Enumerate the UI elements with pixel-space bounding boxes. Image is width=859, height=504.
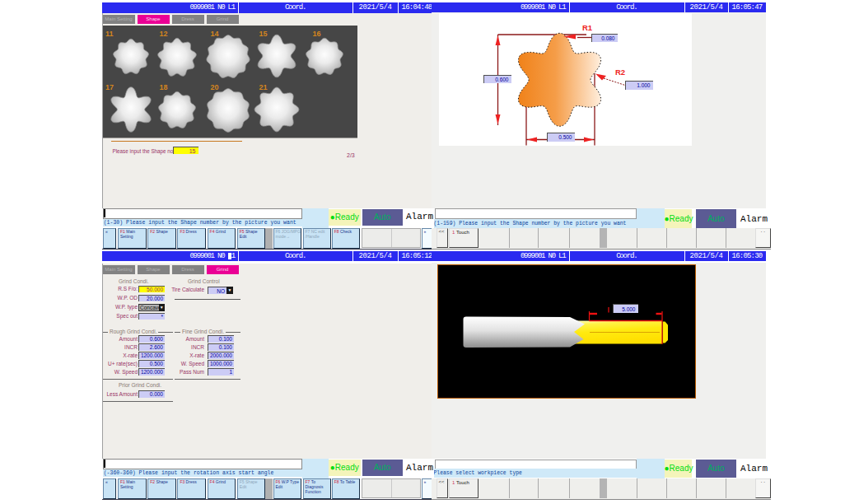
svg-text:12: 12 (160, 30, 168, 38)
svg-text:18: 18 (160, 83, 168, 91)
svg-text:R1: R1 (582, 23, 593, 32)
svg-text:16: 16 (313, 30, 321, 38)
svg-text:21: 21 (259, 83, 268, 91)
svg-text:17: 17 (105, 83, 114, 91)
svg-text:20: 20 (211, 83, 219, 91)
svg-text:11: 11 (105, 30, 114, 38)
svg-text:14: 14 (211, 30, 219, 38)
svg-text:15: 15 (259, 30, 268, 38)
svg-text:R2: R2 (615, 68, 625, 77)
